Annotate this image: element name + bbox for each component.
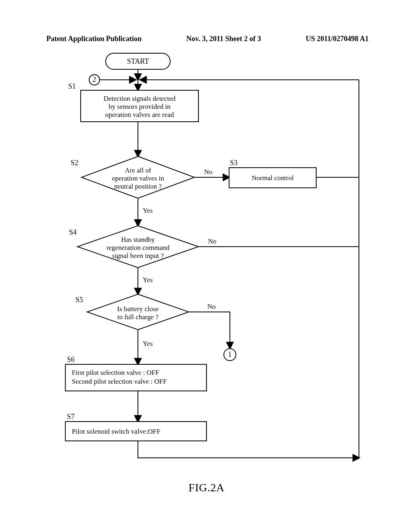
label-s5: S5 <box>75 296 83 304</box>
label-s2: S2 <box>71 159 78 167</box>
flowchart: START 2 S1 Detection signals detected by… <box>52 52 367 479</box>
s6-line1: First pilot selection valve : OFF <box>72 369 159 376</box>
s2-line2: operation valves in <box>112 175 164 182</box>
label-s1: S1 <box>68 82 76 90</box>
header-center: Nov. 3, 2011 Sheet 2 of 3 <box>186 35 261 43</box>
page-header: Patent Application Publication Nov. 3, 2… <box>0 35 413 43</box>
s4-yes: Yes <box>143 276 153 284</box>
s4-no: No <box>208 237 217 245</box>
s2-line1: Are all of <box>125 166 151 174</box>
s1-line2: by sensors provided in <box>108 103 171 110</box>
s2-no: No <box>204 168 213 176</box>
header-left: Patent Application Publication <box>46 35 142 43</box>
figure-caption: FIG.2A <box>0 481 413 494</box>
label-s7: S7 <box>67 413 75 421</box>
header-right: US 2011/0270498 A1 <box>306 35 369 43</box>
s7-text: Pilot solenoid switch valve:OFF <box>72 428 161 435</box>
s5-line2: to full charge ? <box>117 313 159 321</box>
label-s3: S3 <box>230 159 238 167</box>
s1-line1: Detection signals detected <box>104 95 176 102</box>
s4-line3: signal been input ? <box>112 252 164 260</box>
s1-line3: operation valves are read <box>105 111 174 118</box>
s5-line1: Is battery close <box>117 305 159 313</box>
connector-2-text: 2 <box>93 75 96 83</box>
s4-line2: regeneration command <box>106 244 170 251</box>
label-s6: S6 <box>67 355 75 364</box>
s3-text: Normal control <box>252 174 294 182</box>
s5-yes: Yes <box>143 340 153 347</box>
s6-line2: Second pilot selection valve : OFF <box>72 378 167 385</box>
s2-line3: neutral position ? <box>114 183 162 190</box>
label-s4: S4 <box>69 228 77 236</box>
start-text: START <box>127 57 149 65</box>
s5-no: No <box>207 303 216 310</box>
s4-line1: Has standby <box>121 236 155 243</box>
s2-yes: Yes <box>143 207 153 214</box>
connector-1-text: 1 <box>228 350 232 358</box>
